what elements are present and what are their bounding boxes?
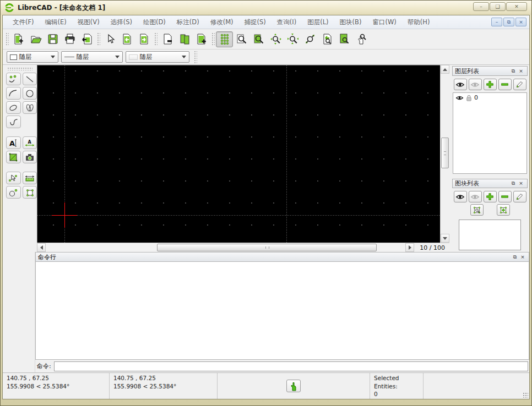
menu-snap[interactable]: 捕捉(S)	[239, 17, 272, 28]
grid-toggle-button[interactable]	[216, 31, 233, 47]
vertical-scroll-thumb[interactable]	[441, 138, 449, 168]
layer-row[interactable]: 0	[453, 93, 526, 102]
print-button[interactable]	[61, 31, 78, 47]
line-tool-button[interactable]	[23, 73, 37, 85]
redo-button[interactable]	[135, 31, 153, 47]
menu-draw[interactable]: 绘图(D)	[138, 17, 171, 28]
selection-hand-button[interactable]	[286, 380, 301, 392]
menu-dimension[interactable]: 标注(D)	[171, 17, 205, 28]
points-tool-button[interactable]	[6, 73, 21, 85]
block-list[interactable]	[459, 220, 521, 250]
scroll-right-button[interactable]	[405, 243, 414, 252]
resize-grip[interactable]	[523, 392, 528, 398]
mdi-close-button[interactable]: ×	[515, 18, 526, 26]
layer-visible-eye-icon[interactable]	[455, 95, 464, 101]
file-new-button[interactable]	[10, 31, 27, 47]
block-node-tool-button[interactable]	[23, 186, 37, 199]
hide-all-layers-button[interactable]	[469, 79, 482, 90]
drawing-canvas[interactable]	[37, 65, 440, 243]
pen-linetype-select[interactable]: 随层	[126, 51, 189, 63]
vertical-scrollbar[interactable]	[440, 65, 449, 243]
dimension-tool-button[interactable]: A	[23, 136, 37, 149]
float-panel-icon[interactable]: ⧉	[509, 180, 517, 187]
zoom-in-button[interactable]	[233, 31, 250, 47]
menu-edit[interactable]: 编辑(E)	[40, 17, 72, 28]
ellipse-arc-tool-button[interactable]	[23, 101, 37, 114]
edit-block-button[interactable]	[513, 191, 526, 202]
undo-button[interactable]	[118, 31, 135, 47]
toolbar-drag-handle[interactable]	[5, 32, 9, 46]
menu-help[interactable]: 帮助(H)	[402, 17, 436, 28]
hide-all-blocks-button[interactable]	[469, 191, 482, 202]
ellipse-tool-button[interactable]	[6, 101, 21, 114]
zoom-pan-button[interactable]	[352, 31, 370, 47]
edit-layer-button[interactable]	[513, 79, 526, 90]
select-pointer-button[interactable]	[101, 31, 118, 47]
image-tool-button[interactable]	[23, 151, 37, 163]
page-plus-button[interactable]	[193, 31, 210, 47]
menu-file[interactable]: 文件(F)	[7, 17, 40, 28]
menu-info[interactable]: 查询(I)	[272, 17, 302, 28]
add-block-button[interactable]	[484, 191, 497, 202]
toolbar-drag-handle[interactable]	[96, 32, 100, 46]
block-insert-button[interactable]	[497, 204, 510, 216]
scroll-up-button[interactable]	[441, 65, 449, 74]
pen-width-select[interactable]: 随层	[61, 51, 123, 63]
pen-color-select[interactable]: 随层	[7, 51, 58, 63]
scroll-down-button[interactable]	[441, 234, 449, 243]
text-tool-button[interactable]: A	[6, 136, 21, 149]
close-panel-icon[interactable]: ×	[517, 68, 525, 75]
horizontal-scroll-track[interactable]	[46, 243, 405, 252]
hatch-tool-button[interactable]	[6, 151, 21, 163]
menu-select[interactable]: 选择(S)	[105, 17, 138, 28]
zoom-out-button[interactable]	[250, 31, 267, 47]
snap-select-tool-button[interactable]	[6, 172, 21, 184]
close-panel-icon[interactable]: ×	[517, 180, 525, 187]
page-minus-button[interactable]	[159, 31, 176, 47]
zoom-auto-button[interactable]	[267, 31, 284, 47]
block-preview-button[interactable]	[470, 204, 484, 216]
mdi-minimize-button[interactable]: –	[491, 18, 502, 26]
circle-tool-button[interactable]	[23, 87, 37, 100]
mdi-restore-button[interactable]: ⧉	[503, 18, 514, 26]
zoom-page-button[interactable]	[335, 31, 352, 47]
menu-modify[interactable]: 修改(M)	[205, 17, 239, 28]
command-input[interactable]	[54, 361, 528, 371]
command-history[interactable]	[35, 262, 529, 360]
file-save-button[interactable]	[44, 31, 61, 47]
zoom-previous-button[interactable]	[318, 31, 335, 47]
horizontal-scrollbar[interactable]	[37, 243, 414, 252]
close-button[interactable]: ✕	[506, 2, 527, 11]
zoom-shrink-button[interactable]	[284, 31, 301, 47]
scroll-left-button[interactable]	[37, 243, 46, 252]
add-layer-button[interactable]	[484, 79, 497, 90]
horizontal-scroll-thumb[interactable]	[157, 244, 376, 251]
lock-icon[interactable]	[466, 95, 472, 101]
circle-node-tool-button[interactable]	[6, 186, 21, 199]
print-preview-button[interactable]	[78, 31, 95, 47]
maximize-button[interactable]: ❑	[490, 2, 506, 11]
file-open-button[interactable]	[27, 31, 44, 47]
zoom-window-button[interactable]	[301, 31, 318, 47]
menu-view[interactable]: 视图(V)	[72, 17, 105, 28]
float-panel-icon[interactable]: ⧉	[509, 68, 517, 75]
pages-copy-button[interactable]	[176, 31, 193, 47]
toolbar-drag-handle[interactable]	[211, 32, 215, 46]
arc-tool-button[interactable]	[6, 87, 21, 100]
menu-block[interactable]: 图块(B)	[334, 17, 367, 28]
remove-layer-button[interactable]	[498, 79, 512, 90]
menu-layer[interactable]: 图层(L)	[302, 17, 334, 28]
show-all-layers-button[interactable]	[454, 79, 467, 90]
close-panel-icon[interactable]: ×	[519, 254, 526, 261]
float-panel-icon[interactable]: ⧉	[511, 254, 519, 261]
menu-window[interactable]: 窗口(W)	[367, 17, 401, 28]
minimize-button[interactable]: –	[473, 2, 489, 11]
polyline-tool-button[interactable]	[6, 116, 21, 128]
remove-block-button[interactable]	[498, 191, 512, 202]
measure-tool-button[interactable]	[23, 172, 37, 184]
show-all-blocks-button[interactable]	[454, 191, 467, 202]
toolbar-drag-handle[interactable]	[154, 32, 158, 46]
palette-drag-handle[interactable]	[7, 67, 32, 70]
vertical-scroll-track[interactable]	[441, 74, 449, 234]
toolbar-drag-handle[interactable]	[193, 50, 197, 64]
